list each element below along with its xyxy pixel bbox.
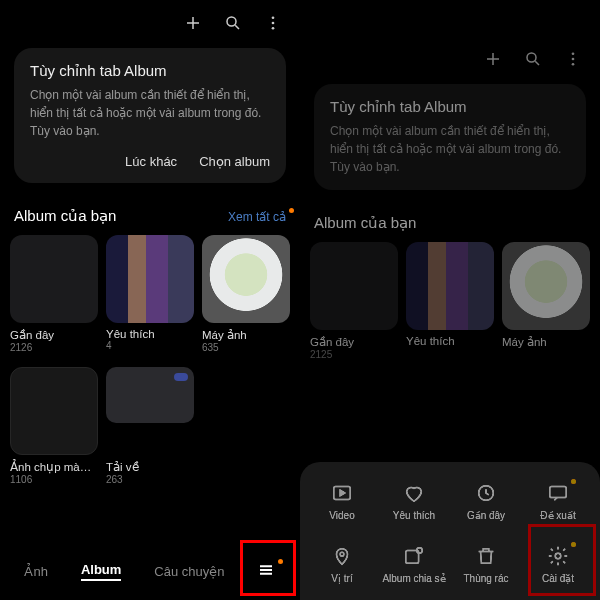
topbar [0, 0, 300, 42]
card-body: Chọn một vài album cần thiết để hiển thị… [30, 86, 270, 140]
tab-menu[interactable] [257, 561, 275, 582]
album-grid-2: Ảnh chụp mà… 1106 Tải về 263 [0, 363, 300, 489]
album-count: 2125 [310, 349, 398, 360]
more-icon[interactable] [264, 14, 282, 32]
album-grid: Gần đây 2125 Yêu thích Máy ảnh [300, 238, 600, 364]
menu-label: Yêu thích [393, 510, 435, 521]
card-title: Tùy chỉnh tab Album [30, 62, 270, 80]
card-title: Tùy chỉnh tab Album [330, 98, 570, 116]
tab-album[interactable]: Album [81, 562, 121, 581]
album-item[interactable]: Ảnh chụp mà… 1106 [10, 367, 98, 485]
album-thumb [10, 235, 98, 323]
album-count: 4 [106, 340, 194, 351]
screen-right: Tùy chỉnh tab Album Chọn một vài album c… [300, 0, 600, 600]
album-count: 1106 [10, 474, 98, 485]
menu-label: Gần đây [467, 510, 505, 521]
svg-point-5 [572, 52, 575, 55]
search-icon[interactable] [224, 14, 242, 32]
svg-point-6 [572, 58, 575, 61]
album-name: Máy ảnh [202, 328, 290, 342]
svg-point-7 [572, 63, 575, 66]
svg-point-2 [272, 22, 275, 25]
menu-recent[interactable]: Gần đây [450, 482, 522, 521]
album-item[interactable]: Yêu thích 4 [106, 235, 194, 353]
card-body: Chọn một vài album cần thiết để hiển thị… [330, 122, 570, 176]
album-item[interactable]: Tải về 263 [106, 367, 194, 485]
album-item[interactable]: Máy ảnh 635 [202, 235, 290, 353]
more-icon[interactable] [564, 50, 582, 68]
menu-label: Album chia sẻ [382, 573, 445, 584]
menu-label: Vị trí [331, 573, 352, 584]
album-count: 2126 [10, 342, 98, 353]
menu-label: Video [329, 510, 354, 521]
menu-location[interactable]: Vị trí [306, 545, 378, 584]
album-name: Yêu thích [106, 328, 194, 340]
menu-settings[interactable]: Cài đặt [522, 545, 594, 584]
screen-left: Tùy chỉnh tab Album Chọn một vài album c… [0, 0, 300, 600]
customize-card: Tùy chỉnh tab Album Chọn một vài album c… [314, 84, 586, 190]
bottom-tabs: Ảnh Album Câu chuyện [0, 547, 300, 600]
menu-favorite[interactable]: Yêu thích [378, 482, 450, 521]
menu-trash[interactable]: Thùng rác [450, 545, 522, 584]
svg-point-4 [527, 53, 536, 62]
menu-label: Thùng rác [463, 573, 508, 584]
section-header: Album của bạn Xem tất cả [0, 197, 300, 231]
svg-point-14 [555, 553, 561, 559]
clock-icon [475, 482, 497, 504]
album-item[interactable]: Gần đây 2125 [310, 242, 398, 360]
svg-point-11 [340, 552, 344, 556]
section-title: Album của bạn [314, 214, 416, 232]
video-icon [331, 482, 353, 504]
album-name: Yêu thích [406, 335, 494, 347]
album-thumb [310, 242, 398, 330]
menu-video[interactable]: Video [306, 482, 378, 521]
menu-shared[interactable]: Album chia sẻ [378, 545, 450, 584]
album-thumb [202, 235, 290, 323]
see-all-link[interactable]: Xem tất cả [228, 210, 286, 224]
album-thumb [502, 242, 590, 330]
section-title: Album của bạn [14, 207, 116, 225]
svg-point-3 [272, 27, 275, 30]
section-header: Album của bạn [300, 204, 600, 238]
svg-rect-10 [550, 487, 567, 498]
choose-album-button[interactable]: Chọn album [199, 154, 270, 169]
shared-icon [403, 545, 425, 567]
album-grid: Gần đây 2126 Yêu thích 4 Máy ảnh 635 [0, 231, 300, 357]
svg-point-0 [227, 17, 236, 26]
menu-label: Đề xuất [540, 510, 575, 521]
album-item[interactable]: Gần đây 2126 [10, 235, 98, 353]
customize-card: Tùy chỉnh tab Album Chọn một vài album c… [14, 48, 286, 183]
menu-icon [257, 561, 275, 579]
plus-icon[interactable] [184, 14, 202, 32]
album-name: Gần đây [310, 335, 398, 349]
menu-suggest[interactable]: Đề xuất [522, 482, 594, 521]
album-name: Tải về [106, 460, 194, 474]
album-count: 263 [106, 474, 194, 485]
album-thumb [106, 367, 194, 423]
topbar [300, 36, 600, 78]
menu-sheet: Video Yêu thích Gần đây Đề xuất Vị trí A… [300, 462, 600, 600]
album-item[interactable]: Máy ảnh [502, 242, 590, 360]
album-name: Gần đây [10, 328, 98, 342]
plus-icon[interactable] [484, 50, 502, 68]
tab-photos[interactable]: Ảnh [24, 564, 47, 579]
album-name: Máy ảnh [502, 335, 590, 349]
menu-label: Cài đặt [542, 573, 574, 584]
tab-stories[interactable]: Câu chuyện [154, 564, 224, 579]
heart-icon [403, 482, 425, 504]
search-icon[interactable] [524, 50, 542, 68]
trash-icon [475, 545, 497, 567]
svg-point-1 [272, 16, 275, 19]
album-thumb [406, 242, 494, 330]
later-button[interactable]: Lúc khác [125, 154, 177, 169]
gear-icon [547, 545, 569, 567]
chat-icon [547, 482, 569, 504]
album-name: Ảnh chụp mà… [10, 460, 98, 474]
album-thumb [106, 235, 194, 323]
album-count: 635 [202, 342, 290, 353]
album-item[interactable]: Yêu thích [406, 242, 494, 360]
pin-icon [331, 545, 353, 567]
album-thumb [10, 367, 98, 455]
